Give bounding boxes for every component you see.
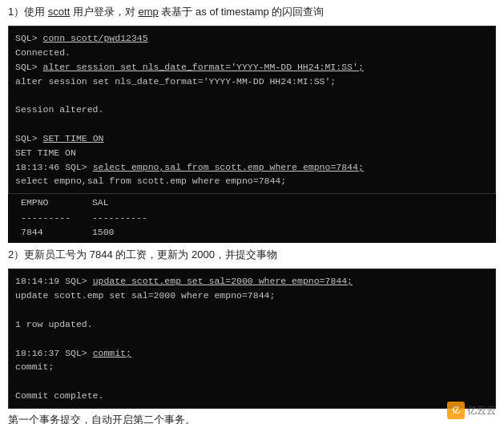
prompt: SQL>: [15, 133, 43, 143]
cell-sal: 1500: [92, 227, 115, 237]
terminal-line: Connected.: [15, 46, 489, 60]
terminal-line: 1 row updated.: [15, 317, 489, 332]
prompt: SQL>: [15, 33, 43, 43]
cmd-commit: commit;: [93, 348, 131, 358]
prompt: SQL>: [15, 62, 43, 72]
section2-title: 2）更新员工号为 7844 的工资，更新为 2000，并提交事物: [8, 248, 496, 262]
table-header-row: EMPNO SAL: [14, 196, 490, 210]
terminal-line: SET TIME ON: [15, 146, 489, 160]
cmd-update: update scott.emp set sal=2000 where empn…: [93, 276, 353, 286]
terminal-line: Session altered.: [15, 103, 489, 117]
cmd-settime: SET TIME ON: [43, 133, 104, 143]
timestamp: 18:16:37: [15, 348, 65, 358]
terminal-table: EMPNO SAL --------- ---------- 7844 1500: [8, 194, 496, 243]
section1-title: 1）使用 scott 用户登录，对 emp 表基于 as of timestam…: [8, 5, 496, 19]
divider1: ---------: [14, 211, 87, 225]
terminal-line: alter session set nls_date_format='YYYY-…: [15, 75, 489, 89]
section1-title-area: 1）使用 scott 用户登录，对 emp 表基于 as of timestam…: [0, 0, 504, 26]
terminal-line: commit;: [15, 360, 489, 374]
terminal-blank: [15, 332, 489, 346]
divider2: ----------: [92, 212, 147, 223]
terminal-line: select empno,sal from scott.emp where em…: [15, 174, 489, 188]
terminal-blank: [15, 374, 489, 389]
terminal-block2: 18:14:19 SQL> update scott.emp set sal=2…: [8, 269, 496, 408]
terminal-block1: SQL> conn scott/pwd12345 Connected. SQL>…: [8, 26, 496, 194]
bottom-note-text: 第一个事务提交，自动开启第二个事务。: [8, 414, 196, 424]
timestamp: 18:14:19: [15, 276, 65, 286]
prompt: SQL>: [65, 276, 93, 286]
watermark-label: 亿云云: [467, 404, 496, 418]
terminal-line: 18:14:19 SQL> update scott.emp set sal=2…: [15, 274, 489, 289]
prompt: SQL>: [65, 162, 93, 172]
timestamp: 18:13:46: [15, 162, 65, 172]
page-container: 1）使用 scott 用户登录，对 emp 表基于 as of timestam…: [0, 0, 504, 424]
table-row: 7844 1500: [14, 225, 490, 240]
cmd-alter: alter session set nls_date_format='YYYY-…: [43, 62, 364, 72]
terminal-line: SQL> conn scott/pwd12345: [15, 31, 489, 46]
bottom-note: 第一个事务提交，自动开启第二个事务。: [0, 409, 504, 424]
terminal-line: SQL> alter session set nls_date_format='…: [15, 60, 489, 75]
section2-title-area: 2）更新员工号为 7844 的工资，更新为 2000，并提交事物: [0, 243, 504, 269]
cmd-select: select empno,sal from scott.emp where em…: [93, 162, 364, 172]
table-divider: --------- ----------: [14, 211, 490, 225]
cmd-conn: conn scott/pwd12345: [43, 33, 148, 43]
prompt: SQL>: [65, 348, 93, 358]
terminal-line: SQL> SET TIME ON: [15, 131, 489, 146]
terminal-blank: [15, 117, 489, 131]
terminal-line: 18:13:46 SQL> select empno,sal from scot…: [15, 160, 489, 175]
watermark: 亿 亿云云: [447, 402, 496, 419]
terminal-line: Commit complete.: [15, 389, 489, 403]
terminal-line: update scott.emp set sal=2000 where empn…: [15, 289, 489, 303]
col-empno-header: EMPNO: [14, 196, 87, 210]
terminal-line: 18:16:37 SQL> commit;: [15, 346, 489, 361]
col-sal-header: SAL: [92, 197, 109, 208]
watermark-icon: 亿: [447, 402, 465, 419]
cell-empno: 7844: [14, 225, 87, 240]
terminal-blank: [15, 303, 489, 317]
terminal-blank: [15, 88, 489, 103]
